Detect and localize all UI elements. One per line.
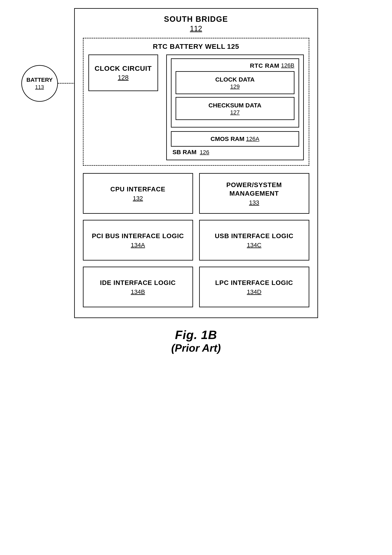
ide-interface-ref: 134B — [131, 288, 145, 295]
sb-ram-box: RTC RAM 126B CLOCK DATA 129 CHECKSUM DAT… — [166, 54, 304, 160]
cmos-ram-label: CMOS RAM — [211, 135, 244, 142]
battery-label: BATTERY — [26, 77, 53, 83]
power-system-management-box: POWER/SYSTEM MANAGEMENT 133 — [199, 173, 309, 214]
sb-ram-label: SB RAM — [172, 149, 197, 156]
checksum-data-box: CHECKSUM DATA 127 — [176, 97, 294, 120]
usb-interface-ref: 134C — [247, 242, 262, 248]
battery-circle: BATTERY 113 — [21, 65, 58, 102]
power-system-management-label: POWER/SYSTEM MANAGEMENT — [204, 181, 305, 198]
fig-label: Fig. 1B — [171, 328, 221, 342]
rtc-battery-well: RTC BATTERY WELL125 CLOCK CIRCUIT 128 RT… — [83, 38, 309, 166]
clock-data-ref: 129 — [230, 83, 240, 90]
checksum-data-ref: 127 — [230, 109, 240, 116]
lower-grid: CPU INTERFACE 132 POWER/SYSTEM MANAGEMEN… — [83, 173, 309, 307]
pci-bus-interface-ref: 134A — [131, 242, 145, 248]
usb-interface-box: USB INTERFACE LOGIC 134C — [199, 220, 309, 261]
sb-ram-ref: 126 — [200, 149, 209, 156]
rtc-ram-ref: 126B — [281, 62, 294, 69]
south-bridge-box: SOUTH BRIDGE 112 RTC BATTERY WELL125 CLO… — [74, 8, 318, 318]
rtc-battery-well-label: RTC BATTERY WELL125 — [88, 43, 304, 51]
power-system-management-ref: 133 — [249, 199, 259, 206]
lpc-interface-ref: 134D — [247, 288, 262, 295]
clock-data-box: CLOCK DATA 129 — [176, 71, 294, 94]
clock-circuit-label: CLOCK CIRCUIT — [95, 64, 152, 73]
cpu-interface-box: CPU INTERFACE 132 — [83, 173, 193, 214]
diagram-wrapper: BATTERY 113 SOUTH BRIDGE 112 RTC BATTERY… — [44, 8, 349, 354]
lpc-interface-box: LPC INTERFACE LOGIC 134D — [199, 267, 309, 307]
cpu-interface-ref: 132 — [133, 195, 143, 202]
lpc-interface-label: LPC INTERFACE LOGIC — [215, 279, 293, 287]
cpu-interface-label: CPU INTERFACE — [110, 185, 165, 194]
south-bridge-ref: 112 — [83, 24, 309, 33]
clock-circuit-ref: 128 — [118, 74, 128, 81]
ide-interface-label: IDE INTERFACE LOGIC — [100, 279, 176, 287]
fig-sub: (Prior Art) — [171, 342, 221, 354]
battery-area: BATTERY 113 — [21, 65, 58, 102]
cmos-ram-ref: 126A — [246, 136, 259, 142]
fig-caption: Fig. 1B (Prior Art) — [171, 328, 221, 354]
usb-interface-label: USB INTERFACE LOGIC — [215, 232, 293, 240]
cmos-ram-box: CMOS RAM 126A — [171, 131, 299, 147]
ide-interface-box: IDE INTERFACE LOGIC 134B — [83, 267, 193, 307]
clock-data-label: CLOCK DATA — [215, 75, 255, 83]
pci-bus-interface-label: PCI BUS INTERFACE LOGIC — [92, 232, 184, 240]
south-bridge-title: SOUTH BRIDGE — [83, 15, 309, 24]
checksum-data-label: CHECKSUM DATA — [208, 101, 262, 109]
pci-bus-interface-box: PCI BUS INTERFACE LOGIC 134A — [83, 220, 193, 261]
rtc-ram-title: RTC RAM — [250, 62, 279, 69]
rtc-inner-row: CLOCK CIRCUIT 128 RTC RAM 126B — [88, 54, 304, 160]
clock-circuit-box: CLOCK CIRCUIT 128 — [88, 54, 158, 91]
battery-ref: 113 — [35, 84, 44, 90]
sb-ram-label-row: SB RAM 126 — [172, 149, 299, 156]
rtc-ram-box: RTC RAM 126B CLOCK DATA 129 CHECKSUM DAT… — [171, 58, 299, 128]
rtc-ram-title-row: RTC RAM 126B — [176, 62, 294, 69]
